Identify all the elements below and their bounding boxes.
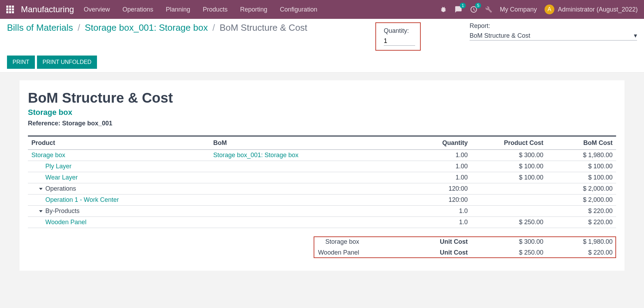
cell-quantity: 1.0 [362,217,471,228]
col-bom-cost: BoM Cost [547,136,616,150]
cell-bom: Storage box_001: Storage box [210,150,362,161]
summary-row: Wooden PanelUnit Cost$ 250.00$ 220.00 [28,247,616,258]
control-bar: Bills of Materials / Storage box_001: St… [0,19,644,73]
cell-bom [210,217,362,228]
cell-bom-cost: $ 2,000.00 [547,183,616,195]
product-link[interactable]: Storage box [31,152,65,159]
cell-product-cost: $ 100.00 [471,161,547,172]
caret-down-icon[interactable] [39,188,43,190]
cell-bom-cost: $ 100.00 [547,172,616,183]
cell-product: By-Products [28,206,210,217]
nav-planning[interactable]: Planning [166,6,190,13]
col-bom: BoM [210,136,362,150]
messages-icon[interactable]: 1 [455,6,462,13]
quantity-box: Quantity: [375,22,421,51]
cell-quantity: 1.00 [362,161,471,172]
cell-empty [28,247,210,258]
caret-down-icon[interactable] [39,210,43,212]
apps-icon[interactable] [6,6,14,13]
summary-section: Storage boxUnit Cost$ 300.00$ 1,980.00Wo… [28,236,616,258]
cell-product-cost: $ 250.00 [471,217,547,228]
report-value: BoM Structure & Cost [470,32,530,39]
table-row: By-Products1.0$ 220.00 [28,206,616,217]
cell-empty [28,236,210,247]
reference-line: Reference: Storage box_001 [28,120,616,127]
table-row: Ply Layer1.00$ 100.00$ 100.00 [28,161,616,172]
product-link[interactable]: Ply Layer [45,163,72,170]
main-navbar: Manufacturing Overview Operations Planni… [0,0,644,19]
nav-items: Overview Operations Planning Products Re… [84,6,440,13]
table-row: Wear Layer1.00$ 100.00$ 100.00 [28,172,616,183]
cell-bom-cost: $ 1,980.00 [547,150,616,161]
cell-product: Operations [28,183,210,195]
breadcrumb-bom[interactable]: Bills of Materials [7,22,73,33]
cell-quantity: 1.00 [362,172,471,183]
cell-product-cost [471,183,547,195]
cell-product: Wear Layer [28,172,210,183]
product-link[interactable]: Wooden Panel [45,219,87,226]
cell-product: Ply Layer [28,161,210,172]
company-selector[interactable]: My Company [500,6,537,13]
activities-badge: 5 [475,3,481,8]
report-label: Report: [470,22,637,30]
cell-quantity: 1.0 [362,206,471,217]
breadcrumb-sep: / [212,22,215,33]
brand-title[interactable]: Manufacturing [21,5,74,14]
cell-bom-cost: $ 100.00 [547,161,616,172]
nav-overview[interactable]: Overview [84,6,110,13]
report-select[interactable]: BoM Structure & Cost ▾ [470,31,637,41]
product-link[interactable]: Wear Layer [45,174,78,181]
summary-product: Wooden Panel [210,247,362,258]
print-unfolded-button[interactable]: PRINT UNFOLDED [37,56,97,69]
col-quantity: Quantity [362,136,471,150]
nav-configuration[interactable]: Configuration [280,6,317,13]
report-box: Report: BoM Structure & Cost ▾ [470,22,637,41]
bug-icon[interactable] [440,6,447,13]
cell-quantity: 1.00 [362,150,471,161]
main-content: BoM Structure & Cost Storage box Referen… [0,73,644,285]
col-product-cost: Product Cost [471,136,547,150]
chevron-down-icon: ▾ [634,32,637,39]
product-link[interactable]: Operation 1 - Work Center [45,196,119,203]
cell-product-cost [471,206,547,217]
cell-quantity: 120:00 [362,183,471,195]
cell-product-cost: $ 100.00 [471,172,547,183]
table-row: Wooden Panel1.0$ 250.00$ 220.00 [28,217,616,228]
nav-products[interactable]: Products [203,6,227,13]
avatar: A [545,5,554,14]
summary-bom-cost: $ 1,980.00 [547,236,616,247]
nav-operations[interactable]: Operations [122,6,153,13]
page-title: BoM Structure & Cost [28,90,616,106]
cell-bom-cost: $ 220.00 [547,206,616,217]
action-buttons: PRINT PRINT UNFOLDED [7,56,637,69]
table-row: Operations120:00$ 2,000.00 [28,183,616,195]
user-name: Administrator (August_2022) [558,6,638,13]
summary-bom-cost: $ 220.00 [547,247,616,258]
table-row: Storage boxStorage box_001: Storage box1… [28,150,616,161]
summary-product-cost: $ 300.00 [471,236,547,247]
breadcrumb-product[interactable]: Storage box_001: Storage box [85,22,208,33]
summary-label: Unit Cost [362,247,471,258]
summary-label: Unit Cost [362,236,471,247]
cell-product: Operation 1 - Work Center [28,195,210,206]
nav-reporting[interactable]: Reporting [240,6,267,13]
cell-bom [210,195,362,206]
bom-table: Product BoM Quantity Product Cost BoM Co… [28,135,616,228]
print-button[interactable]: PRINT [7,56,35,69]
bom-link[interactable]: Storage box_001: Storage box [213,152,298,159]
report-card: BoM Structure & Cost Storage box Referen… [20,80,624,271]
breadcrumb-current: BoM Structure & Cost [219,22,307,33]
summary-product-cost: $ 250.00 [471,247,547,258]
user-menu[interactable]: A Administrator (August_2022) [545,5,638,14]
activities-icon[interactable]: 5 [470,6,478,13]
quantity-input[interactable] [384,37,415,46]
cell-bom [210,172,362,183]
cell-bom [210,161,362,172]
tools-icon[interactable] [485,6,492,13]
cell-product-cost: $ 300.00 [471,150,547,161]
quantity-label: Quantity: [384,27,414,35]
table-header-row: Product BoM Quantity Product Cost BoM Co… [28,136,616,150]
breadcrumb: Bills of Materials / Storage box_001: St… [7,22,375,33]
breadcrumb-sep: / [78,22,80,33]
cell-quantity: 120:00 [362,195,471,206]
